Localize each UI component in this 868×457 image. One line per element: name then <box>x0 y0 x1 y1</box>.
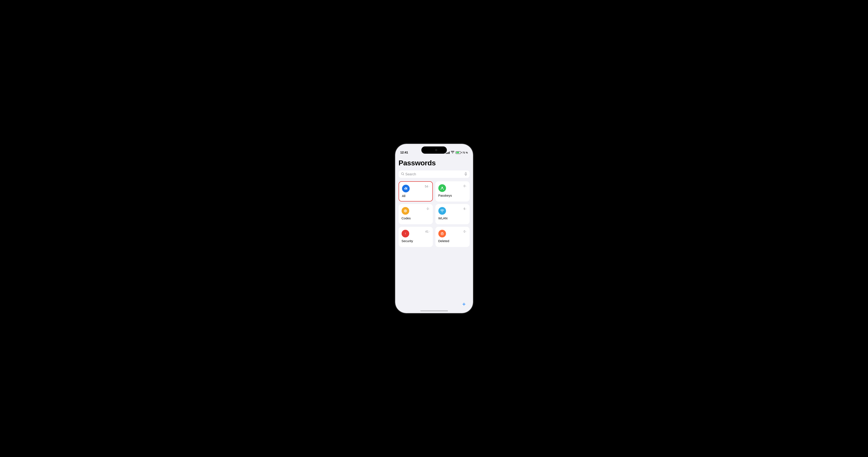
passkeys-label: Passkeys <box>438 194 467 197</box>
category-card-wlan[interactable]: 6 › WLAN <box>435 204 470 224</box>
security-label: Security <box>402 239 430 243</box>
passkeys-icon <box>438 184 446 192</box>
wlan-icon <box>438 207 446 215</box>
battery-indicator: 71 % <box>456 151 468 154</box>
category-card-all[interactable]: 54 › All <box>399 181 433 202</box>
codes-label: Codes <box>402 216 430 220</box>
home-indicator <box>420 310 448 311</box>
battery-label: 71 <box>462 151 465 154</box>
svg-line-1 <box>403 175 404 175</box>
category-card-security[interactable]: ! 41 › Security <box>399 227 433 247</box>
search-placeholder: Search <box>405 172 463 176</box>
all-chevron: › <box>429 185 429 188</box>
camera-dot <box>435 149 437 151</box>
passkeys-chevron: › <box>466 185 467 187</box>
codes-icon <box>402 207 409 215</box>
status-right: 71 % <box>446 151 468 154</box>
codes-chevron: › <box>429 208 430 210</box>
main-content: Passwords Search <box>395 155 473 313</box>
dynamic-island <box>421 147 447 154</box>
phone-frame: 12:41 <box>395 144 473 313</box>
deleted-count: 0 <box>464 230 465 233</box>
svg-point-10 <box>442 212 442 212</box>
deleted-label: Deleted <box>438 239 467 243</box>
page-title: Passwords <box>399 159 470 167</box>
svg-rect-2 <box>465 172 466 174</box>
all-count: 54 <box>425 185 428 188</box>
add-button[interactable]: + <box>460 300 468 308</box>
categories-grid: 54 › All <box>399 181 470 247</box>
svg-text:!: ! <box>405 232 406 235</box>
all-icon <box>402 185 410 192</box>
svg-point-7 <box>441 187 443 188</box>
svg-rect-13 <box>441 233 443 235</box>
search-bar[interactable]: Search <box>399 171 470 178</box>
security-chevron: › <box>429 230 430 233</box>
phone-screen: 12:41 <box>395 144 473 313</box>
search-icon <box>401 172 404 176</box>
mic-icon <box>465 172 467 176</box>
deleted-chevron: › <box>466 230 467 233</box>
wlan-chevron: › <box>466 208 467 210</box>
category-card-passkeys[interactable]: 0 › Passkeys <box>435 181 470 202</box>
status-time: 12:41 <box>400 151 408 154</box>
security-count: 41 <box>425 230 429 233</box>
category-card-codes[interactable]: 0 › Codes <box>399 204 433 224</box>
wifi-status-icon <box>451 151 454 154</box>
signal-icon <box>446 151 450 154</box>
codes-count: 0 <box>427 207 429 210</box>
security-icon: ! <box>402 230 409 237</box>
passkeys-count: 0 <box>464 184 465 188</box>
svg-point-9 <box>405 210 406 212</box>
all-label: All <box>402 194 429 198</box>
wlan-label: WLAN <box>438 216 467 220</box>
category-card-deleted[interactable]: 0 › Deleted <box>435 227 470 247</box>
wlan-count: 6 <box>464 207 465 210</box>
add-plus-icon: + <box>462 301 466 307</box>
deleted-icon <box>438 230 446 237</box>
